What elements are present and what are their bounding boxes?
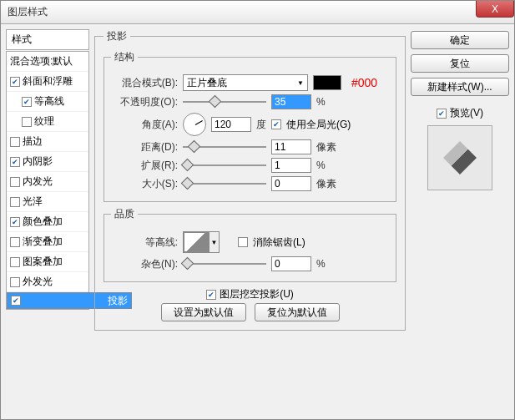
sidebar-item-0[interactable]: 斜面和浮雕 — [7, 72, 88, 92]
right-buttons: 确定 复位 新建样式(W)... 预览(V) — [411, 29, 509, 414]
make-default-button[interactable]: 设置为默认值 — [161, 303, 246, 321]
style-checkbox[interactable] — [10, 217, 20, 227]
preview-thumb-icon — [443, 141, 477, 175]
distance-input[interactable]: 11 — [271, 139, 311, 154]
sidebar-item-label: 内阴影 — [23, 154, 53, 169]
sidebar-item-9[interactable]: 图案叠加 — [7, 252, 88, 272]
style-checkbox[interactable] — [10, 77, 20, 87]
antialias-checkbox[interactable] — [238, 237, 248, 247]
antialias-label: 消除锯齿(L) — [253, 235, 305, 250]
sidebar-item-5[interactable]: 内发光 — [7, 172, 88, 192]
style-sidebar: 样式 混合选项:默认 斜面和浮雕等高线纹理描边内阴影内发光光泽颜色叠加渐变叠加图… — [6, 29, 89, 414]
noise-input[interactable]: 0 — [271, 256, 311, 271]
settings-panel: 投影 结构 混合模式(B): 正片叠底 ▼ #000 不透明度(O): — [94, 29, 406, 414]
sidebar-item-6[interactable]: 光泽 — [7, 192, 88, 212]
style-checkbox[interactable] — [11, 296, 21, 306]
spread-input[interactable]: 1 — [271, 158, 311, 173]
preview-box — [427, 125, 492, 190]
effect-title: 投影 — [104, 29, 130, 43]
quality-title: 品质 — [111, 207, 138, 221]
style-checkbox[interactable] — [10, 157, 20, 167]
size-slider[interactable] — [183, 178, 266, 190]
style-checkbox[interactable] — [22, 117, 32, 127]
sidebar-item-label: 光泽 — [23, 195, 43, 209]
angle-input[interactable]: 120 — [211, 117, 251, 132]
effect-fieldset: 投影 结构 混合模式(B): 正片叠底 ▼ #000 不透明度(O): — [94, 29, 406, 331]
sidebar-item-label: 图案叠加 — [23, 255, 63, 269]
style-checkbox[interactable] — [10, 237, 20, 247]
chevron-down-icon: ▼ — [209, 232, 219, 252]
size-input[interactable]: 0 — [271, 176, 311, 191]
sidebar-item-label: 纹理 — [34, 114, 54, 129]
dialog-body: 样式 混合选项:默认 斜面和浮雕等高线纹理描边内阴影内发光光泽颜色叠加渐变叠加图… — [1, 24, 514, 419]
knockout-checkbox[interactable] — [206, 290, 216, 300]
close-icon: X — [492, 3, 498, 15]
distance-unit: 像素 — [316, 140, 336, 154]
chevron-down-icon: ▼ — [297, 79, 304, 87]
angle-unit: 度 — [256, 118, 266, 132]
style-checkbox[interactable] — [10, 177, 20, 187]
angle-dial[interactable] — [183, 113, 206, 136]
ok-button[interactable]: 确定 — [411, 31, 509, 49]
dialog-window: 图层样式 X 样式 混合选项:默认 斜面和浮雕等高线纹理描边内阴影内发光光泽颜色… — [0, 0, 515, 420]
sidebar-item-label: 内发光 — [23, 175, 53, 189]
sidebar-item-label: 颜色叠加 — [23, 215, 63, 229]
style-checkbox[interactable] — [22, 97, 32, 107]
noise-label: 杂色(N): — [111, 257, 178, 271]
sidebar-item-3[interactable]: 描边 — [7, 132, 88, 152]
angle-label: 角度(A): — [111, 118, 178, 132]
blend-mode-label: 混合模式(B): — [111, 76, 178, 90]
new-style-button[interactable]: 新建样式(W)... — [411, 78, 509, 96]
style-checkbox[interactable] — [10, 137, 20, 147]
structure-group: 结构 混合模式(B): 正片叠底 ▼ #000 不透明度(O): 35 — [104, 50, 396, 202]
sidebar-item-8[interactable]: 渐变叠加 — [7, 232, 88, 252]
sidebar-item-label: 外发光 — [23, 275, 53, 289]
size-unit: 像素 — [316, 177, 336, 191]
reset-default-button[interactable]: 复位为默认值 — [255, 303, 340, 321]
distance-label: 距离(D): — [111, 140, 178, 154]
style-checkbox[interactable] — [10, 277, 20, 287]
global-light-label: 使用全局光(G) — [286, 118, 351, 132]
spread-slider[interactable] — [183, 159, 266, 171]
spread-label: 扩展(R): — [111, 159, 178, 173]
spread-unit: % — [316, 159, 326, 171]
sidebar-item-2[interactable]: 纹理 — [7, 112, 88, 132]
close-button[interactable]: X — [476, 1, 514, 18]
noise-slider[interactable] — [183, 258, 266, 270]
sidebar-item-10[interactable]: 外发光 — [7, 272, 88, 292]
color-hex: #000 — [351, 76, 377, 89]
sidebar-item-label: 等高线 — [34, 94, 64, 109]
quality-group: 品质 等高线: ▼ 消除锯齿(L) 杂色(N): — [104, 207, 396, 282]
size-label: 大小(S): — [111, 177, 178, 191]
style-checkbox[interactable] — [10, 257, 20, 267]
knockout-label: 图层挖空投影(U) — [220, 287, 294, 301]
titlebar: 图层样式 X — [1, 1, 514, 24]
opacity-label: 不透明度(O): — [111, 95, 178, 109]
preview-checkbox[interactable] — [437, 109, 447, 119]
preview-label: 预览(V) — [450, 106, 483, 120]
sidebar-item-label: 渐变叠加 — [23, 235, 63, 249]
color-swatch[interactable] — [313, 75, 341, 90]
sidebar-item-label: 斜面和浮雕 — [23, 74, 73, 89]
cancel-button[interactable]: 复位 — [411, 54, 509, 73]
style-list: 混合选项:默认 斜面和浮雕等高线纹理描边内阴影内发光光泽颜色叠加渐变叠加图案叠加… — [6, 51, 89, 310]
global-light-checkbox[interactable] — [271, 119, 281, 129]
sidebar-item-1[interactable]: 等高线 — [7, 92, 88, 112]
opacity-unit: % — [316, 96, 326, 108]
contour-thumb-icon — [184, 232, 209, 252]
blend-options-row[interactable]: 混合选项:默认 — [7, 52, 88, 72]
noise-unit: % — [316, 258, 326, 270]
sidebar-header: 样式 — [6, 29, 89, 50]
blend-mode-select[interactable]: 正片叠底 ▼ — [183, 74, 308, 91]
distance-slider[interactable] — [183, 141, 266, 153]
opacity-input[interactable]: 35 — [271, 94, 311, 109]
contour-label: 等高线: — [111, 235, 178, 250]
style-checkbox[interactable] — [10, 197, 20, 207]
opacity-slider[interactable] — [183, 96, 266, 108]
sidebar-item-7[interactable]: 颜色叠加 — [7, 212, 88, 232]
window-title: 图层样式 — [8, 5, 48, 19]
structure-title: 结构 — [111, 50, 138, 64]
contour-picker[interactable]: ▼ — [183, 231, 220, 253]
sidebar-item-label: 描边 — [23, 134, 43, 149]
sidebar-item-4[interactable]: 内阴影 — [7, 152, 88, 172]
